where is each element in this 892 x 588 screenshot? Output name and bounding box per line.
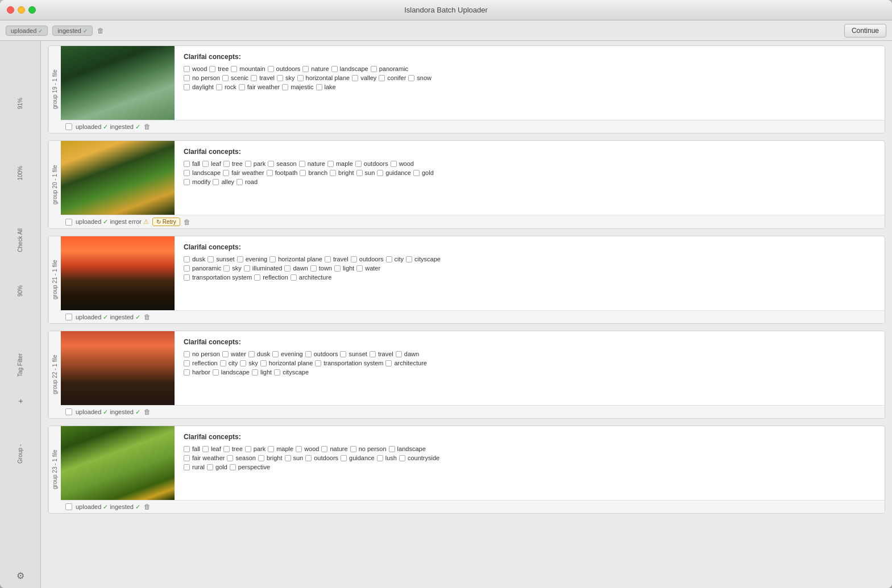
checkbox-leaf[interactable] — [202, 161, 209, 167]
checkbox-sunset[interactable] — [208, 256, 214, 262]
checkbox-reflection-22[interactable] — [184, 360, 190, 366]
checkbox-light[interactable] — [334, 265, 341, 272]
checkbox-travel-22[interactable] — [370, 351, 376, 357]
gear-icon[interactable]: ⚙ — [16, 570, 24, 581]
group-22-select-checkbox[interactable] — [65, 408, 72, 415]
checkbox-gold[interactable] — [413, 170, 420, 176]
checkbox-sky[interactable] — [277, 75, 283, 81]
checkbox-alley[interactable] — [213, 179, 219, 185]
checkbox-fair-weather[interactable] — [239, 84, 245, 90]
checkbox-city[interactable] — [386, 256, 392, 262]
checkbox-lush[interactable] — [377, 455, 383, 461]
checkbox-light-22[interactable] — [252, 369, 258, 376]
checkbox-park-23[interactable] — [245, 446, 251, 452]
checkbox-bright[interactable] — [330, 170, 336, 176]
checkbox-guidance-23[interactable] — [341, 455, 347, 461]
checkbox-travel[interactable] — [251, 75, 257, 81]
trash-toolbar-icon[interactable]: 🗑 — [97, 27, 104, 35]
checkbox-season-20[interactable] — [268, 161, 274, 167]
minimize-button[interactable] — [18, 6, 25, 14]
checkbox-sun-23[interactable] — [285, 455, 291, 461]
retry-button[interactable]: ↻ Retry — [152, 218, 180, 226]
checkbox-evening-22[interactable] — [272, 351, 279, 357]
checkbox-leaf-23[interactable] — [202, 446, 209, 452]
checkbox-fall[interactable] — [184, 161, 190, 167]
checkbox-water[interactable] — [356, 265, 363, 272]
checkbox-water-22[interactable] — [222, 351, 229, 357]
checkbox-dusk-22[interactable] — [248, 351, 255, 357]
checkbox-tree[interactable] — [209, 66, 215, 72]
checkbox-wood-23[interactable] — [296, 446, 302, 452]
sidebar-check-all[interactable]: Check All — [17, 228, 23, 252]
checkbox-landscape-23[interactable] — [389, 446, 395, 452]
checkbox-rural[interactable] — [184, 464, 190, 470]
checkbox-lake[interactable] — [316, 84, 322, 90]
checkbox-transportation-system-22[interactable] — [315, 360, 321, 366]
checkbox-horizontal-plane[interactable] — [297, 75, 304, 81]
checkbox-fair-weather-23[interactable] — [184, 455, 190, 461]
group-21-select-checkbox[interactable] — [65, 314, 72, 320]
checkbox-illuminated[interactable] — [244, 265, 250, 272]
checkbox-wood[interactable] — [184, 66, 190, 72]
checkbox-perspective[interactable] — [230, 464, 236, 470]
checkbox-sky-21[interactable] — [223, 265, 230, 272]
checkbox-horizontal-plane-21[interactable] — [269, 256, 276, 262]
group-20-select-checkbox[interactable] — [65, 219, 72, 226]
checkbox-dawn-22[interactable] — [396, 351, 402, 357]
checkbox-architecture[interactable] — [291, 274, 297, 281]
checkbox-nature-23[interactable] — [321, 446, 327, 452]
checkbox-mountain[interactable] — [231, 66, 237, 72]
checkbox-no-person-23[interactable] — [350, 446, 356, 452]
continue-button[interactable]: Continue — [844, 24, 886, 37]
checkbox-sunset-22[interactable] — [340, 351, 346, 357]
group-21-delete-icon[interactable]: 🗑 — [144, 313, 151, 321]
group-19-select-checkbox[interactable] — [65, 123, 72, 130]
checkbox-road[interactable] — [237, 179, 243, 185]
group-23-select-checkbox[interactable] — [65, 503, 72, 510]
checkbox-conifer[interactable] — [379, 75, 385, 81]
checkbox-rock[interactable] — [216, 84, 222, 90]
checkbox-no-person[interactable] — [184, 75, 190, 81]
checkbox-tree-23[interactable] — [223, 446, 230, 452]
checkbox-maple-20[interactable] — [327, 161, 334, 167]
checkbox-reflection[interactable] — [254, 274, 260, 281]
checkbox-outdoors[interactable] — [268, 66, 274, 72]
checkbox-nature-20[interactable] — [299, 161, 305, 167]
checkbox-city-22[interactable] — [220, 360, 226, 366]
checkbox-no-person-22[interactable] — [184, 351, 190, 357]
group-23-delete-icon[interactable]: 🗑 — [144, 503, 151, 511]
checkbox-panoramic-21[interactable] — [184, 265, 190, 272]
checkbox-evening[interactable] — [237, 256, 243, 262]
checkbox-outdoors-22[interactable] — [305, 351, 312, 357]
checkbox-wood-20[interactable] — [391, 161, 397, 167]
checkbox-fall-23[interactable] — [184, 446, 190, 452]
checkbox-landscape-22[interactable] — [213, 369, 219, 376]
checkbox-outdoors-21[interactable] — [351, 256, 357, 262]
checkbox-majestic[interactable] — [282, 84, 288, 90]
checkbox-landscape-20[interactable] — [184, 170, 190, 176]
checkbox-dusk[interactable] — [184, 256, 190, 262]
checkbox-town[interactable] — [310, 265, 317, 272]
group-22-delete-icon[interactable]: 🗑 — [144, 408, 151, 416]
checkbox-harbor[interactable] — [184, 369, 190, 376]
checkbox-fair-weather-20[interactable] — [223, 170, 229, 176]
checkbox-panoramic[interactable] — [371, 66, 377, 72]
checkbox-dawn[interactable] — [284, 265, 291, 272]
checkbox-countryside[interactable] — [399, 455, 405, 461]
checkbox-footpath[interactable] — [267, 170, 273, 176]
checkbox-branch[interactable] — [300, 170, 306, 176]
close-button[interactable] — [7, 6, 14, 14]
checkbox-season-23[interactable] — [227, 455, 233, 461]
checkbox-snow[interactable] — [408, 75, 414, 81]
checkbox-travel-21[interactable] — [325, 256, 331, 262]
checkbox-outdoors-23[interactable] — [305, 455, 312, 461]
group-20-delete-icon[interactable]: 🗑 — [184, 218, 190, 226]
checkbox-maple-23[interactable] — [268, 446, 274, 452]
checkbox-modify[interactable] — [184, 179, 190, 185]
checkbox-transportation-system[interactable] — [184, 274, 190, 281]
checkbox-landscape[interactable] — [331, 66, 338, 72]
checkbox-valley[interactable] — [352, 75, 358, 81]
checkbox-bright-23[interactable] — [258, 455, 264, 461]
group-19-delete-icon[interactable]: 🗑 — [144, 123, 151, 131]
checkbox-architecture-22[interactable] — [385, 360, 392, 366]
